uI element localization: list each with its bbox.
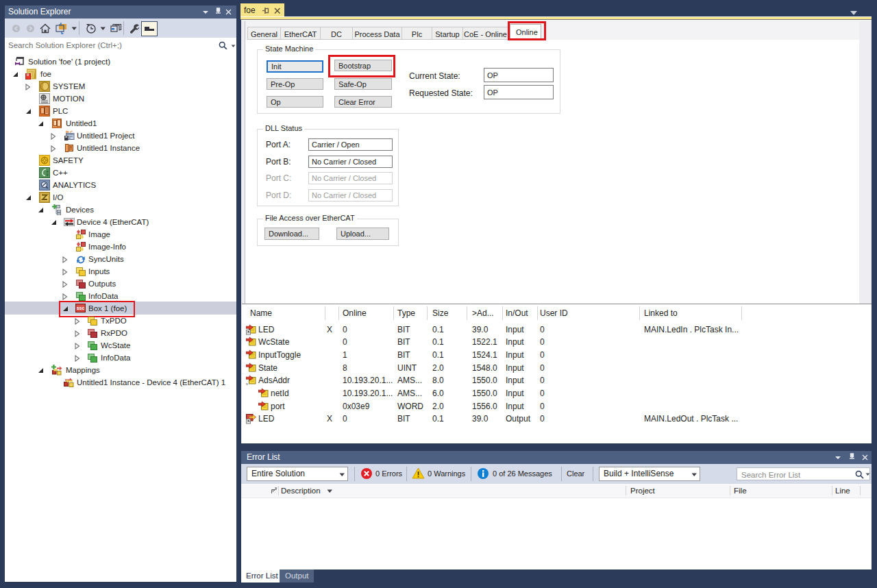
svg-text:s: s	[246, 382, 248, 386]
